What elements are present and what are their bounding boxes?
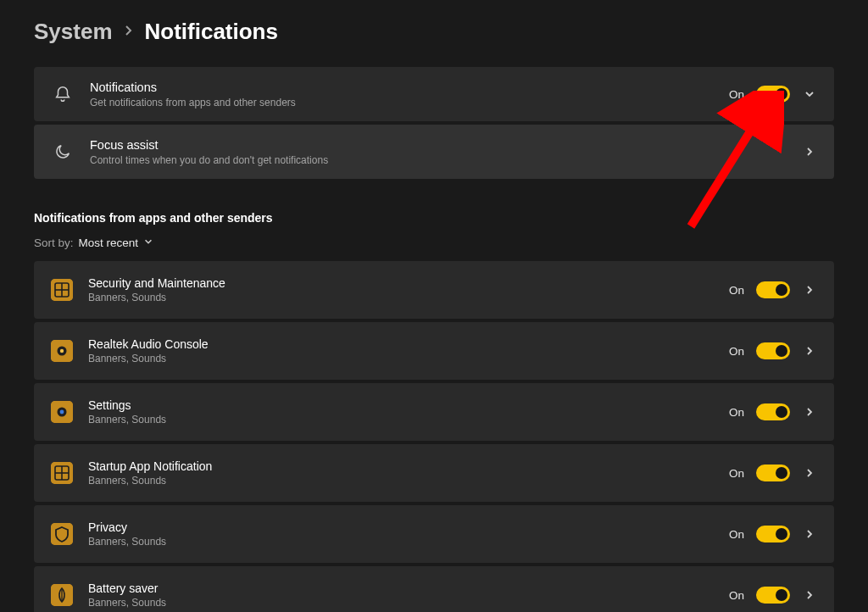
- row-subtitle: Control times when you do and don't get …: [90, 154, 802, 166]
- app-row-text: Battery saver Banners, Sounds: [88, 581, 729, 609]
- chevron-right-icon: [125, 23, 133, 41]
- focus-row-text: Focus assist Control times when you do a…: [90, 137, 802, 167]
- toggle-label: On: [729, 345, 744, 358]
- focus-assist-row[interactable]: Focus assist Control times when you do a…: [34, 125, 834, 179]
- app-name: Settings: [88, 398, 729, 412]
- app-icon: [51, 523, 73, 545]
- app-name: Startup App Notification: [88, 459, 729, 473]
- app-notification-row[interactable]: Realtek Audio Console Banners, Sounds On: [34, 322, 834, 380]
- chevron-right-icon[interactable]: [802, 465, 817, 481]
- app-toggle[interactable]: [756, 281, 790, 298]
- section-heading: Notifications from apps and other sender…: [34, 211, 834, 225]
- app-subtitle: Banners, Sounds: [88, 475, 729, 487]
- sort-by-dropdown[interactable]: Sort by: Most recent: [34, 236, 834, 249]
- bell-icon: [51, 82, 75, 106]
- app-name: Battery saver: [88, 581, 729, 595]
- svg-point-9: [60, 410, 64, 414]
- toggle-label: On: [729, 467, 744, 480]
- sort-label: Sort by:: [34, 236, 74, 249]
- app-notification-row[interactable]: Settings Banners, Sounds On: [34, 383, 834, 441]
- sort-value: Most recent: [79, 236, 139, 249]
- app-notification-row[interactable]: Battery saver Banners, Sounds On: [34, 566, 834, 612]
- row-title: Notifications: [90, 80, 729, 96]
- app-subtitle: Banners, Sounds: [88, 536, 729, 548]
- toggle-label: On: [729, 88, 744, 101]
- app-name: Privacy: [88, 520, 729, 534]
- notification-row-text: Notifications Get notifications from app…: [90, 80, 729, 109]
- app-toggle[interactable]: [756, 465, 790, 481]
- app-name: Realtek Audio Console: [88, 337, 729, 351]
- app-icon: [51, 462, 73, 484]
- chevron-right-icon[interactable]: [802, 343, 817, 359]
- svg-point-6: [60, 349, 64, 353]
- chevron-right-icon[interactable]: [802, 404, 817, 420]
- app-notification-row[interactable]: Privacy Banners, Sounds On: [34, 505, 834, 563]
- app-row-text: Settings Banners, Sounds: [88, 398, 729, 426]
- app-toggle[interactable]: [756, 587, 790, 604]
- app-toggle[interactable]: [756, 403, 790, 420]
- chevron-right-icon[interactable]: [802, 282, 817, 298]
- app-row-text: Realtek Audio Console Banners, Sounds: [88, 337, 729, 364]
- row-title: Focus assist: [90, 137, 802, 153]
- notifications-master-row[interactable]: Notifications Get notifications from app…: [34, 67, 834, 121]
- app-icon: [51, 279, 73, 301]
- app-notification-row[interactable]: Security and Maintenance Banners, Sounds…: [34, 261, 834, 319]
- app-subtitle: Banners, Sounds: [88, 353, 729, 364]
- chevron-right-icon[interactable]: [802, 526, 817, 542]
- app-icon: [51, 340, 73, 362]
- app-subtitle: Banners, Sounds: [88, 414, 729, 426]
- notifications-master-toggle[interactable]: [756, 86, 790, 103]
- app-name: Security and Maintenance: [88, 276, 729, 290]
- chevron-right-icon[interactable]: [802, 587, 817, 603]
- app-notification-row[interactable]: Startup App Notification Banners, Sounds…: [34, 444, 834, 502]
- moon-icon: [51, 140, 75, 164]
- page-title: Notifications: [145, 19, 278, 45]
- app-row-text: Security and Maintenance Banners, Sounds: [88, 276, 729, 303]
- app-toggle[interactable]: [756, 526, 790, 542]
- breadcrumb-parent[interactable]: System: [34, 19, 113, 45]
- app-icon: [51, 401, 73, 423]
- app-row-text: Startup App Notification Banners, Sounds: [88, 459, 729, 487]
- toggle-label: On: [729, 589, 744, 602]
- app-toggle[interactable]: [756, 342, 790, 359]
- row-subtitle: Get notifications from apps and other se…: [90, 97, 729, 108]
- toggle-label: On: [729, 284, 744, 297]
- app-row-text: Privacy Banners, Sounds: [88, 520, 729, 548]
- chevron-right-icon[interactable]: [802, 144, 817, 159]
- app-icon: [51, 584, 73, 606]
- chevron-down-icon: [143, 236, 153, 249]
- toggle-label: On: [729, 528, 744, 541]
- app-subtitle: Banners, Sounds: [88, 597, 729, 609]
- toggle-label: On: [729, 406, 744, 419]
- expand-chevron-icon[interactable]: [802, 86, 817, 102]
- breadcrumb: System Notifications: [34, 19, 834, 45]
- app-subtitle: Banners, Sounds: [88, 292, 729, 303]
